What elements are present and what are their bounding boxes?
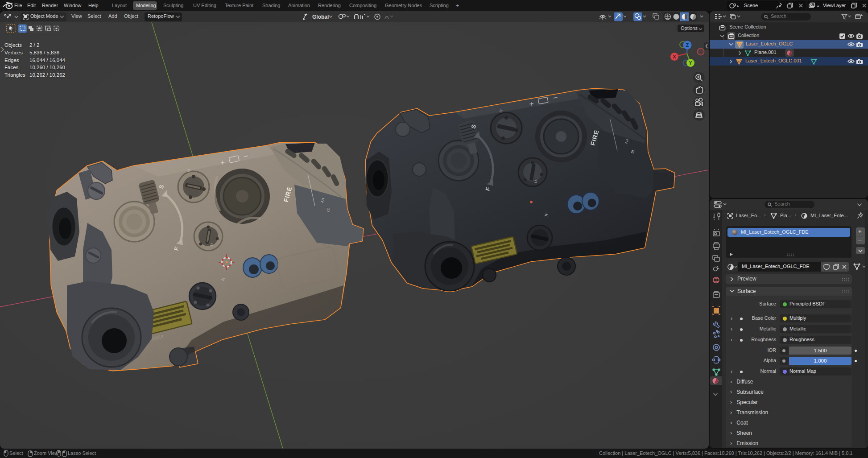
svg-text:Z: Z (686, 42, 689, 48)
svg-text:Global: Global (312, 14, 329, 20)
svg-text:Y: Y (689, 60, 692, 66)
svg-text:X: X (673, 54, 676, 59)
